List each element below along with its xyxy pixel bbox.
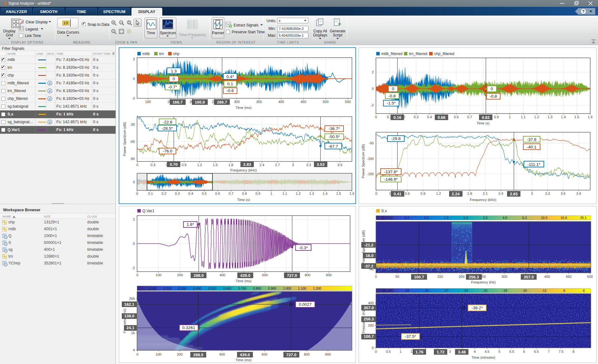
- svg-text:0: 0: [392, 86, 394, 91]
- svg-text:600: 600: [262, 273, 268, 277]
- svg-text:0.700: 0.700: [238, 287, 246, 290]
- svg-text:0.1: 0.1: [227, 82, 233, 86]
- svg-text:4.0: 4.0: [503, 216, 507, 220]
- svg-text:1.5: 1.5: [574, 115, 579, 119]
- svg-text:-30: -30: [424, 289, 429, 292]
- svg-text:900: 900: [325, 352, 331, 356]
- svg-text:3.53: 3.53: [317, 162, 325, 167]
- svg-text:4.5: 4.5: [485, 350, 489, 353]
- svg-text:-0.6: -0.6: [226, 88, 234, 93]
- svg-text:0.600: 0.600: [223, 287, 231, 290]
- svg-text:0.6: 0.6: [215, 192, 220, 195]
- svg-text:0.9: 0.9: [255, 192, 260, 195]
- svg-text:-6: -6: [582, 289, 585, 292]
- svg-text:450: 450: [301, 100, 306, 104]
- svg-text:0.400: 0.400: [193, 287, 201, 290]
- svg-text:0.41: 0.41: [394, 192, 401, 196]
- svg-text:-21.2: -21.2: [364, 243, 373, 247]
- svg-text:357.0: 357.0: [524, 275, 534, 279]
- svg-text:1.1: 1.1: [282, 192, 287, 195]
- svg-text:1.6: 1.6: [463, 216, 468, 220]
- svg-text:600: 600: [262, 352, 267, 356]
- svg-text:-40.1: -40.1: [527, 145, 537, 149]
- svg-text:5.5: 5.5: [509, 350, 514, 353]
- svg-text:-150: -150: [367, 172, 374, 176]
- svg-text:-36 (dB): -36 (dB): [381, 289, 393, 292]
- svg-text:-3: -3: [132, 96, 135, 100]
- svg-text:-38.2*: -38.2*: [472, 306, 483, 310]
- svg-text:2.5: 2.5: [64, 21, 68, 25]
- svg-text:150: 150: [437, 275, 443, 278]
- svg-text:0.3261: 0.3261: [182, 325, 195, 330]
- svg-text:0.4: 0.4: [427, 115, 432, 119]
- svg-text:-15: -15: [522, 289, 527, 292]
- svg-text:-36.7*: -36.7*: [329, 126, 340, 131]
- svg-text:266.7: 266.7: [217, 100, 227, 105]
- svg-text:6: 6: [523, 350, 525, 353]
- svg-text:1.8: 1.8: [228, 163, 233, 167]
- svg-text:439.0: 439.0: [240, 273, 250, 278]
- svg-text:Q.Var1: Q.Var1: [142, 209, 154, 213]
- svg-text:288.0: 288.0: [193, 273, 204, 278]
- svg-text:0: 0: [136, 192, 138, 195]
- svg-text:10.0: 10.0: [541, 216, 548, 220]
- svg-text:0: 0: [375, 115, 377, 119]
- svg-text:4: 4: [474, 350, 476, 353]
- svg-text:500: 500: [587, 275, 593, 278]
- svg-text:500: 500: [323, 100, 328, 104]
- svg-text:24.1: 24.1: [126, 325, 134, 330]
- svg-text:6.3: 6.3: [522, 216, 527, 220]
- svg-text:chp_filtered: chp_filtered: [434, 52, 454, 56]
- svg-text:300: 300: [234, 100, 240, 104]
- svg-text:0: 0: [375, 192, 377, 195]
- svg-text:-0.3*: -0.3*: [299, 245, 308, 250]
- svg-text:Frequency (kHz): Frequency (kHz): [230, 168, 257, 172]
- svg-text:400: 400: [220, 273, 225, 277]
- svg-text:16: 16: [131, 331, 135, 335]
- svg-text:2: 2: [133, 217, 135, 221]
- svg-text:0.500: 0.500: [208, 287, 216, 290]
- svg-text:0.8: 0.8: [242, 192, 247, 195]
- svg-text:1.000: 1.000: [283, 287, 291, 290]
- svg-text:-30: -30: [130, 123, 135, 126]
- svg-text:0.2: 0.2: [162, 192, 166, 195]
- svg-text:1.5: 1.5: [213, 163, 217, 167]
- svg-text:256: 256: [129, 297, 135, 301]
- svg-text:100.7: 100.7: [364, 334, 374, 339]
- svg-text:400: 400: [544, 275, 550, 278]
- svg-text:1.1: 1.1: [521, 115, 525, 119]
- svg-text:-0.7*: -0.7*: [168, 85, 177, 89]
- svg-text:3: 3: [449, 350, 451, 353]
- svg-text:2: 2: [372, 70, 374, 74]
- svg-text:200: 200: [459, 275, 464, 278]
- svg-text:0.800: 0.800: [253, 287, 261, 290]
- svg-text:-21: -21: [483, 289, 487, 292]
- svg-text:Time (minutes): Time (minutes): [472, 356, 495, 359]
- svg-text:-12: -12: [542, 289, 546, 292]
- svg-text:8: 8: [572, 350, 574, 353]
- svg-text:0.6: 0.6: [454, 115, 458, 119]
- svg-text:1.200: 1.200: [313, 287, 321, 290]
- svg-text:4: 4: [133, 348, 135, 352]
- svg-text:16.0: 16.0: [366, 253, 373, 258]
- svg-text:mtlb_filtered: mtlb_filtered: [381, 52, 402, 56]
- svg-text:0.5: 0.5: [202, 192, 206, 195]
- svg-text:1.4: 1.4: [561, 115, 566, 119]
- svg-text:1.6*: 1.6*: [187, 222, 194, 227]
- svg-text:-18: -18: [502, 289, 507, 292]
- svg-text:3.3: 3.3: [545, 192, 550, 195]
- svg-text:-50: -50: [369, 141, 374, 145]
- svg-text:0: 0: [173, 77, 175, 81]
- svg-text:300: 300: [501, 275, 507, 278]
- svg-text:0.3: 0.3: [175, 192, 180, 195]
- svg-text:Time (ms): Time (ms): [235, 279, 251, 283]
- svg-text:-2: -2: [371, 103, 374, 107]
- svg-text:-76.0: -76.0: [163, 149, 173, 153]
- svg-text:0: 0: [372, 87, 374, 91]
- svg-text:1.6: 1.6: [349, 192, 354, 195]
- svg-text:3: 3: [531, 192, 533, 195]
- svg-text:1.2: 1.2: [197, 163, 202, 167]
- svg-text:288.0: 288.0: [193, 352, 204, 357]
- svg-text:1.2: 1.2: [534, 115, 539, 119]
- svg-text:400: 400: [368, 301, 374, 305]
